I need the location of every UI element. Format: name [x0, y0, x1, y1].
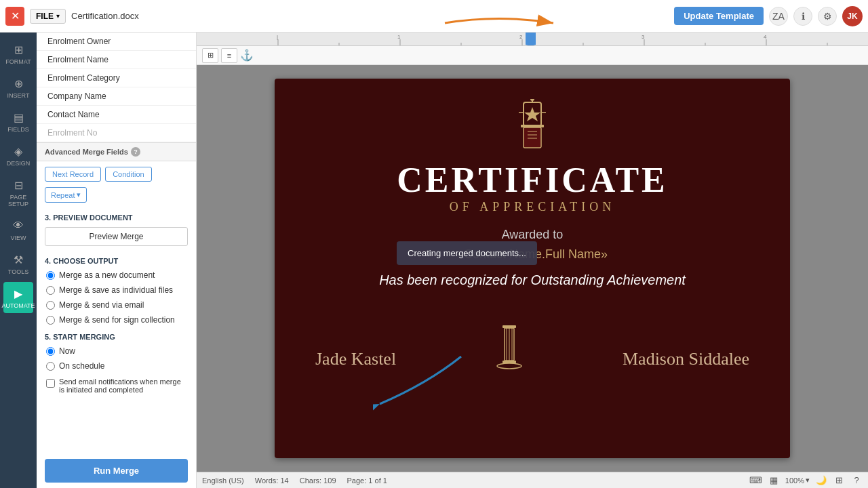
close-icon: ✕	[11, 9, 20, 22]
format-icon: ⊞	[11, 42, 26, 57]
certificate-recognized-text: Has been recognized for Outstanding Achi…	[379, 272, 686, 288]
send-email-notification-option[interactable]: Send email notifications when merge is i…	[37, 373, 196, 398]
avatar[interactable]: JK	[842, 6, 863, 26]
grid-view-icon[interactable]: ⊞	[833, 474, 845, 487]
dark-mode-icon[interactable]: 🌙	[815, 474, 827, 487]
page-setup-icon: ⊟	[11, 178, 26, 192]
chevron-down-icon: ▾	[806, 476, 810, 485]
chevron-down-icon: ▾	[77, 190, 81, 199]
ruler-svg: | 1 2 3 4 5	[197, 33, 868, 46]
info-icon[interactable]: ℹ	[793, 7, 812, 26]
pillar-icon	[492, 322, 526, 369]
insert-icon: ⊕	[11, 76, 26, 91]
keyboard-icon[interactable]: ⌨	[750, 474, 762, 487]
sidebar-item-design[interactable]: ◈ DESIGN	[3, 140, 33, 171]
output-option-email[interactable]: Merge & send via email	[37, 298, 196, 312]
tools-icon: ⚒	[11, 252, 26, 267]
merge-buttons-group: Next Record Condition	[37, 161, 196, 187]
signature-1: Jade Kastel	[315, 349, 396, 369]
svg-marker-25	[524, 107, 540, 121]
language-indicator: English (US)	[202, 476, 244, 485]
svg-text:|: |	[277, 34, 278, 40]
output-option-new-doc[interactable]: Merge as a new document	[37, 268, 196, 283]
anchor-icon[interactable]: ⚓	[240, 49, 254, 62]
output-option-individual[interactable]: Merge & save as individual files	[37, 283, 196, 298]
sidebar-item-insert[interactable]: ⊕ INSERT	[3, 72, 33, 103]
list-item-enrolment-no[interactable]: Enrolment No	[37, 124, 196, 142]
file-dropdown[interactable]: FILE ▾	[30, 9, 66, 24]
automate-icon: ▶	[11, 286, 26, 301]
list-icon[interactable]: ≡	[221, 48, 237, 63]
output-option-sign[interactable]: Merge & send for sign collection	[37, 312, 196, 327]
preview-merge-button[interactable]: Preview Merge	[45, 227, 188, 246]
run-merge-button[interactable]: Run Merge	[45, 459, 188, 483]
list-item-enrolment-category[interactable]: Enrolment Category	[37, 69, 196, 87]
za-icon[interactable]: ZA	[769, 7, 788, 26]
start-option-now[interactable]: Now	[37, 344, 196, 359]
design-icon: ◈	[11, 144, 26, 159]
main-layout: ⊞ FORMAT ⊕ INSERT ▤ FIELDS ◈ DESIGN ⊟ PA…	[0, 33, 868, 488]
page-indicator: Page: 1 of 1	[347, 476, 387, 485]
settings-icon[interactable]: ⚙	[818, 7, 837, 26]
creating-merged-overlay: Creating merged documents...	[397, 241, 537, 265]
help-icon[interactable]: ?	[850, 474, 863, 487]
char-count: Chars: 109	[300, 476, 336, 485]
sidebar-item-automate[interactable]: ▶ AUTOMATE	[3, 282, 33, 313]
signature-2: Madison Siddalee	[623, 349, 749, 369]
svg-text:1: 1	[397, 34, 401, 40]
list-item-company-name[interactable]: Company Name	[37, 87, 196, 106]
advanced-merge-fields-header: Advanced Merge Fields ?	[37, 142, 196, 161]
arrow-annotation	[438, 13, 560, 33]
view-icon: 👁	[11, 218, 26, 233]
certificate-signatures: Jade Kastel Madison Siddalee	[315, 322, 749, 369]
document-canvas: CERTIFICATE OF APPRECIATION Creating mer…	[197, 65, 868, 472]
step5-label: 5. START MERGING	[37, 327, 196, 344]
sidebar-item-format[interactable]: ⊞ FORMAT	[3, 38, 33, 69]
list-item-contact-name[interactable]: Contact Name	[37, 106, 196, 124]
close-button[interactable]: ✕	[5, 7, 24, 26]
svg-marker-19	[526, 33, 536, 46]
svg-text:2: 2	[519, 34, 523, 40]
list-item-enrolment-owner[interactable]: Enrolment Owner	[37, 33, 196, 51]
table-icon[interactable]: ⊞	[202, 48, 218, 63]
svg-text:3: 3	[642, 34, 645, 40]
certificate-emblem-icon	[509, 99, 556, 153]
left-panel: Enrolment Owner Enrolment Name Enrolment…	[37, 33, 197, 488]
doc-toolbar: ⊞ ≡ ⚓	[197, 46, 868, 65]
step4-label: 4. CHOOSE OUTPUT	[37, 251, 196, 268]
status-bar-right: ⌨ ▦ 100% ▾ 🌙 ⊞ ?	[750, 474, 863, 487]
fields-icon: ▤	[11, 110, 26, 125]
zoom-control[interactable]: 100% ▾	[785, 476, 810, 485]
certificate-document: CERTIFICATE OF APPRECIATION Creating mer…	[275, 79, 790, 458]
sidebar-item-fields[interactable]: ▤ FIELDS	[3, 106, 33, 137]
sidebar-item-view[interactable]: 👁 VIEW	[3, 214, 33, 245]
start-option-schedule[interactable]: On schedule	[37, 359, 196, 373]
sidebar-icons: ⊞ FORMAT ⊕ INSERT ▤ FIELDS ◈ DESIGN ⊟ PA…	[0, 33, 37, 488]
repeat-button[interactable]: Repeat ▾	[45, 187, 87, 203]
ruler: | 1 2 3 4 5	[197, 33, 868, 46]
certificate-subtitle: OF APPRECIATION	[450, 200, 616, 214]
certificate-awarded-label: Awarded to	[502, 228, 564, 242]
chevron-down-icon: ▾	[56, 12, 60, 20]
status-bar: English (US) Words: 14 Chars: 109 Page: …	[197, 472, 868, 488]
advanced-fields-info-icon[interactable]: ?	[131, 147, 140, 157]
layout-icon[interactable]: ▦	[768, 474, 780, 487]
svg-point-39	[497, 363, 521, 369]
top-bar: ✕ FILE ▾ Certification.docx Update Templ…	[0, 0, 868, 33]
filename-label: Certification.docx	[71, 11, 139, 21]
condition-button[interactable]: Condition	[105, 167, 151, 182]
step3-label: 3. PREVIEW DOCUMENT	[37, 208, 196, 224]
word-count: Words: 14	[255, 476, 289, 485]
svg-point-24	[530, 99, 534, 101]
sidebar-item-page-setup[interactable]: ⊟ PAGE SETUP	[3, 174, 33, 211]
svg-text:4: 4	[764, 34, 767, 40]
svg-rect-29	[524, 127, 541, 148]
sidebar-item-tools[interactable]: ⚒ TOOLS	[3, 248, 33, 279]
certificate-title: CERTIFICATE	[397, 160, 668, 200]
document-area: | 1 2 3 4 5 ⊞	[197, 33, 868, 488]
file-label: FILE	[36, 12, 54, 21]
update-template-button[interactable]: Update Template	[674, 7, 764, 25]
list-item-enrolment-name[interactable]: Enrolment Name	[37, 51, 196, 69]
next-record-button[interactable]: Next Record	[45, 167, 101, 182]
